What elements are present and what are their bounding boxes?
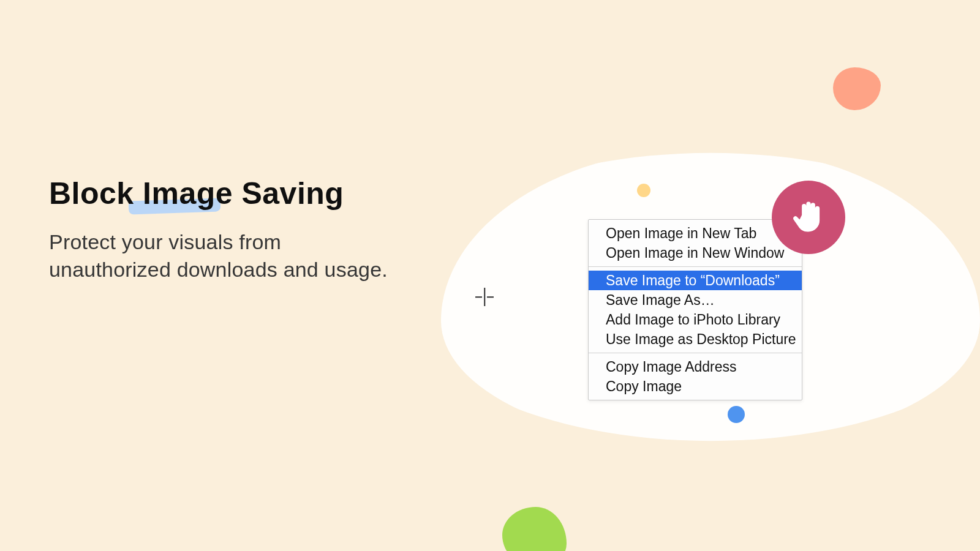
context-menu-group-open: Open Image in New Tab Open Image in New …: [589, 220, 802, 266]
menu-item-save-image-as[interactable]: Save Image As…: [589, 290, 802, 310]
crosshair-cursor-icon: [475, 288, 494, 306]
context-menu-group-copy: Copy Image Address Copy Image: [589, 353, 802, 400]
decor-blob-orange: [833, 67, 881, 110]
page-title: Block Image Saving: [49, 178, 344, 210]
menu-item-add-to-iphoto[interactable]: Add Image to iPhoto Library: [589, 310, 802, 329]
menu-item-use-as-desktop[interactable]: Use Image as Desktop Picture: [589, 329, 802, 349]
menu-item-copy-image[interactable]: Copy Image: [589, 377, 802, 396]
menu-item-open-new-window[interactable]: Open Image in New Window: [589, 243, 802, 263]
stop-hand-icon: [791, 198, 826, 236]
headline-block: Block Image Saving Protect your visuals …: [49, 178, 392, 284]
decor-dot-yellow: [637, 184, 650, 197]
menu-item-copy-image-address[interactable]: Copy Image Address: [589, 357, 802, 377]
context-menu-group-save: Save Image to “Downloads” Save Image As……: [589, 267, 802, 353]
decor-blob-green: [502, 507, 567, 551]
decor-dot-blue: [728, 406, 745, 423]
menu-item-open-new-tab[interactable]: Open Image in New Tab: [589, 223, 802, 243]
context-menu: Open Image in New Tab Open Image in New …: [588, 219, 802, 400]
stop-hand-badge: [772, 181, 845, 254]
page-subtitle: Protect your visuals from unauthorized d…: [49, 228, 392, 285]
menu-item-save-to-downloads[interactable]: Save Image to “Downloads”: [589, 271, 802, 290]
